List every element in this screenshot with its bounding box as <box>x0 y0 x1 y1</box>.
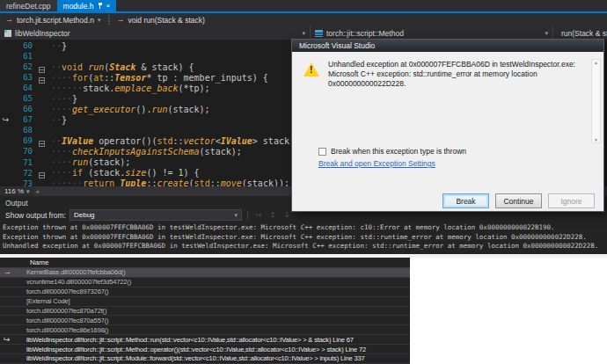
dialog-buttons: BreakContinueIgnore <box>292 193 595 208</box>
code-text: ····run(stack); <box>51 157 130 167</box>
call-stack-rows: →KernelBase.dll!000007fefcbba06d()vcrunt… <box>0 268 410 364</box>
code-text: ··void run(Stack & stack) { <box>51 62 194 72</box>
chevron-down-icon[interactable]: ▾ <box>98 17 101 24</box>
stack-frame-row[interactable]: ↪libWeldInspector.dll!torch::jit::script… <box>0 335 410 345</box>
current-frame-arrow: → <box>0 268 26 276</box>
find-message-icon[interactable]: ↪ <box>253 211 264 220</box>
stack-frame-row[interactable]: torch.dll!000007fec870a72f() <box>0 307 410 317</box>
line-number: 73 <box>11 179 39 186</box>
output-line: Exception thrown at 0x000007FEFCBBA06D i… <box>3 233 604 243</box>
line-number: 60 <box>11 41 39 50</box>
show-output-from-label: Show output from: <box>5 211 66 220</box>
code-text: ··} <box>51 41 67 51</box>
tab-label: module.h <box>63 2 94 11</box>
scroll-up-arrow-icon[interactable]: ▲ <box>594 60 598 65</box>
output-panel-title: Output <box>5 199 28 207</box>
exception-settings-link[interactable]: Break and open Exception Settings <box>318 159 435 168</box>
navigation-bar: libWeldInspector ▾ torch::jit::script::M… <box>0 26 607 40</box>
pin-icon[interactable] <box>98 3 103 10</box>
fold-margin[interactable]: – <box>39 164 51 181</box>
stack-frame-text: vcruntime140.dll!000007fef3d54722() <box>26 278 131 286</box>
current-frame-arrow-icon: → <box>4 268 11 276</box>
project-dropdown[interactable]: libWeldInspector ▾ <box>0 26 311 40</box>
calling-frame-arrow-icon: ↪ <box>4 335 10 343</box>
dialog-title-bar[interactable]: Microsoft Visual Studio <box>292 40 603 52</box>
next-message-icon[interactable]: ↧ <box>282 211 292 220</box>
fold-margin[interactable]: – <box>39 69 51 86</box>
collapse-region-icon[interactable]: – <box>39 141 45 147</box>
code-text: ··} <box>51 115 67 125</box>
stack-frame-row[interactable]: vcruntime140.dll!000007fef3d54722() <box>0 278 410 288</box>
stack-frame-text: torch.dll!000007fec86e1698() <box>26 326 108 334</box>
stack-frame-text: KernelBase.dll!000007fefcbba06d() <box>26 268 126 276</box>
type-name: torch::jit::script::Method <box>326 29 404 38</box>
toolbar-splitter: ┊ <box>106 16 111 25</box>
exception-message-line: Microsoft C++ exception: std::runtime_er… <box>328 69 576 79</box>
chevron-down-icon: ▾ <box>26 188 30 195</box>
line-number: 66 <box>11 105 39 113</box>
type-dropdown[interactable]: torch::jit::script::Method ▾ <box>311 26 553 40</box>
chevron-down-icon[interactable]: ▾ <box>545 30 548 37</box>
debug-location-bar: → torch.jit.script.Method.n ▾ ┊ → void r… <box>0 13 607 26</box>
stack-frame-row[interactable]: torch.dll!000007fec870a557() <box>0 316 410 325</box>
code-text: ······return Tuple::create(std::move(sta… <box>51 178 289 186</box>
stack-frame-text: [External Code] <box>26 297 69 305</box>
warning-icon <box>304 62 319 76</box>
stack-frame-row[interactable]: libWeldInspector.dll!torch::jit::script:… <box>0 354 410 364</box>
break-on-exception-checkbox-row[interactable]: Break when this exception type is thrown <box>318 147 466 156</box>
output-line: Exception thrown at 0x000007FEFCBBA06D i… <box>3 223 604 233</box>
exception-message: Unhandled exception at 0x000007FEFCBBA06… <box>328 60 576 89</box>
stack-frame-row[interactable]: →KernelBase.dll!000007fefcbba06d() <box>0 268 410 278</box>
collapse-region-icon[interactable]: – <box>39 77 45 84</box>
tab-refineDet-cpp[interactable]: refineDet.cpp <box>0 0 57 11</box>
continue-button[interactable]: Continue <box>495 193 542 208</box>
calling-frame-arrow: ↪ <box>0 114 11 125</box>
stack-frame-text: libWeldInspector.dll!torch::jit::script:… <box>26 346 366 353</box>
close-icon[interactable]: × <box>106 3 111 10</box>
code-text: ······stack.emplace_back(*tp); <box>51 84 210 93</box>
stack-frame-row[interactable]: [External Code] <box>0 297 410 307</box>
chevron-down-icon: ▾ <box>234 212 238 219</box>
code-text: ····checkInputsAgainstSchema(stack); <box>51 147 242 157</box>
calling-frame-arrow: ↪ <box>0 336 26 344</box>
toolbar-separator <box>247 211 248 219</box>
call-stack-panel: Name →KernelBase.dll!000007fefcbba06d()v… <box>0 258 410 364</box>
line-number: 64 <box>11 84 39 92</box>
call-stack-name-column-header[interactable]: Name <box>0 258 410 268</box>
previous-message-icon[interactable]: ↥ <box>267 211 278 220</box>
scroll-down-arrow-icon[interactable]: ▼ <box>594 137 598 142</box>
stack-frame-text: libWeldInspector.dll!torch::jit::script:… <box>26 354 365 362</box>
stack-frame-row[interactable]: libWeldInspector.dll!torch::jit::script:… <box>0 345 410 354</box>
ignore-button: Ignore <box>548 193 595 208</box>
output-line: Unhandled exception at 0x000007FEFCBBA06… <box>3 242 604 251</box>
tab-label: refineDet.cpp <box>6 2 51 11</box>
member-dropdown[interactable]: run(Stack & stack) <box>553 26 607 40</box>
output-source-dropdown[interactable]: Debug ▾ <box>69 209 242 221</box>
dialog-body: Unhandled exception at 0x000007FEFCBBA06… <box>292 52 603 211</box>
break-on-exception-checkbox[interactable] <box>318 148 326 156</box>
exception-dialog: Microsoft Visual Studio Unhandled except… <box>291 39 604 212</box>
code-text: ····get_executor().run(stack); <box>51 105 210 114</box>
collapse-region-icon[interactable]: – <box>39 172 45 178</box>
stack-frame-row[interactable]: torch.dll!000007fec8973267() <box>0 288 410 297</box>
exception-message-line: 0x000000000022D228. <box>328 79 576 89</box>
code-text: ····for(at::Tensor* tp : member_inputs) … <box>51 73 268 83</box>
output-text-area[interactable]: Exception thrown at 0x000007FEFCBBA06D i… <box>3 223 604 251</box>
project-name: libWeldInspector <box>15 29 70 38</box>
fold-margin[interactable]: – <box>39 133 51 149</box>
exception-message-line: Unhandled exception at 0x000007FEFCBBA06… <box>328 60 576 69</box>
line-number: 70 <box>11 147 39 156</box>
stack-frame-row[interactable]: torch.dll!000007fec86e1698() <box>0 325 410 335</box>
scroll-left-arrow-icon[interactable]: ◂ <box>36 188 40 195</box>
editor-zoom-dropdown[interactable]: 116 % ▾ <box>0 186 34 196</box>
project-icon <box>4 30 11 37</box>
member-name: run(Stack & stack) <box>561 29 607 38</box>
vs-debug-screen: refineDet.cppmodule.h× → torch.jit.scrip… <box>0 0 607 364</box>
stack-frame-text: libWeldInspector.dll!torch::jit::script:… <box>26 336 354 344</box>
line-number: 65 <box>11 94 39 103</box>
dialog-message-scrollbar[interactable]: ▲ ▼ <box>591 59 601 143</box>
chevron-down-icon[interactable]: ▾ <box>302 30 305 37</box>
debug-frame-dropdown[interactable]: torch.jit.script.Method.n <box>17 16 94 25</box>
break-button[interactable]: Break <box>442 193 489 208</box>
tab-module-h[interactable]: module.h× <box>57 0 117 11</box>
